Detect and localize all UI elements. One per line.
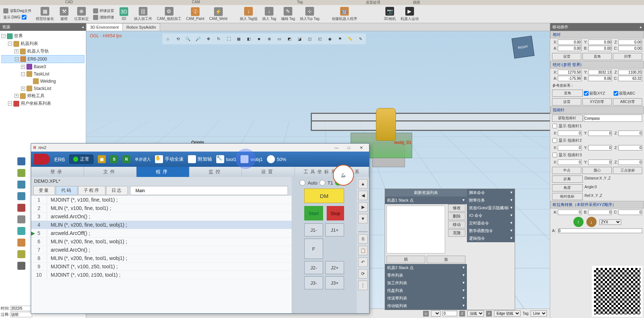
- c3-z[interactable]: [618, 160, 642, 165]
- side-right-icon[interactable]: ▶: [358, 202, 368, 212]
- dm-button[interactable]: DM: [304, 189, 344, 203]
- stop-button[interactable]: Stop: [327, 206, 344, 220]
- weld-settings-button[interactable]: 焊缝设置: [93, 8, 114, 14]
- modify-button[interactable]: 修改: [448, 204, 465, 212]
- menu-settings[interactable]: 设置: [242, 167, 295, 177]
- insert-tag-button[interactable]: ↓插入 Tag: [260, 6, 279, 22]
- get-compass-button[interactable]: 获取指南针: [552, 115, 583, 122]
- insert-mach-button[interactable]: |||插入加工件: [132, 6, 154, 22]
- j2-plus[interactable]: J2+: [325, 261, 344, 274]
- xyz-zero-button[interactable]: XYZ归零: [582, 98, 612, 106]
- tree-world[interactable]: −世界: [1, 32, 84, 40]
- menu-login[interactable]: 登录: [31, 167, 84, 177]
- code-editor[interactable]: 1MJOINT (*, v100, fine, tool1) ;2MLIN (*…: [31, 196, 292, 313]
- show-c3-check[interactable]: [552, 153, 557, 157]
- ortho-button[interactable]: 直角: [582, 53, 612, 60]
- side-undo-icon[interactable]: ↶: [358, 257, 368, 267]
- note-field[interactable]: [11, 312, 32, 317]
- shade2-icon[interactable]: ■: [254, 34, 264, 44]
- center-button[interactable]: 中点: [552, 167, 581, 174]
- lbi-8[interactable]: [17, 239, 25, 247]
- conv-list-header[interactable]: 传送带列表: [385, 294, 467, 302]
- euler-order-select[interactable]: ZYX: [599, 219, 621, 225]
- attach-task-header[interactable]: 附带任务: [467, 197, 515, 204]
- side-paste-icon[interactable]: 📋: [358, 246, 368, 255]
- lbi-10[interactable]: [17, 262, 25, 270]
- wobj-indicator[interactable]: wobj1: [241, 155, 263, 163]
- j3-plus[interactable]: J3+: [325, 276, 344, 289]
- time-field[interactable]: [11, 306, 32, 311]
- auto-dot[interactable]: [300, 180, 305, 186]
- pendant-titlebar[interactable]: R rtm2 — □ ✕: [31, 144, 369, 152]
- tree-base3[interactable]: +Base3: [1, 63, 84, 70]
- edit-tag-button[interactable]: ✎编辑 Tag: [279, 6, 297, 22]
- r-icon[interactable]: R: [122, 155, 130, 163]
- side-sync-icon[interactable]: ⟳: [358, 269, 368, 278]
- lbi-3[interactable]: [17, 181, 25, 189]
- abc-zero-button[interactable]: ABC归零: [613, 98, 642, 106]
- zero-button[interactable]: 归零: [613, 53, 642, 60]
- side-left-icon[interactable]: ◀: [358, 191, 368, 200]
- cam-paint-button[interactable]: 🎨CAM_Paint: [184, 6, 207, 22]
- angle-button[interactable]: 角度: [552, 184, 583, 191]
- view2-icon[interactable]: ◩: [285, 34, 294, 44]
- timer-cmd-header[interactable]: 定时器命令: [467, 219, 515, 227]
- get-abc-check[interactable]: [614, 91, 618, 96]
- rel-coord-button[interactable]: 相对坐标: [552, 193, 583, 200]
- speed-indicator[interactable]: ◐50%: [267, 155, 286, 163]
- side-more-icon[interactable]: ⋮: [358, 281, 368, 290]
- model-light-button[interactable]: ▦模型轻量化: [34, 6, 56, 22]
- c1-z[interactable]: [618, 131, 642, 136]
- cam-mill-button[interactable]: ⚙CAM_铣削加工: [155, 6, 184, 22]
- tree-user-coord[interactable]: −用户坐标系列表: [1, 100, 84, 107]
- pos-calib-button[interactable]: ⊕位置标定: [72, 6, 91, 22]
- shade1-icon[interactable]: ◧: [244, 34, 254, 44]
- logic-cmd-header[interactable]: 逻辑指令: [467, 235, 515, 242]
- abs-b-input[interactable]: [588, 76, 612, 81]
- tab-3d-env[interactable]: 3D Environment: [86, 23, 123, 31]
- ea-a2[interactable]: [558, 228, 642, 233]
- view4-icon[interactable]: ◫: [305, 34, 314, 44]
- code-line[interactable]: 1MJOINT (*, v100, fine, tool1) ;: [31, 196, 292, 204]
- build-button[interactable]: ⚒建模: [57, 6, 72, 22]
- close-button[interactable]: ✕: [355, 144, 367, 151]
- c1-y[interactable]: [588, 131, 612, 136]
- get-xyz-check[interactable]: [584, 91, 589, 96]
- j1-minus[interactable]: J1-: [304, 223, 323, 236]
- c3-x[interactable]: [558, 160, 582, 165]
- menu-monitor[interactable]: 监控: [189, 167, 242, 177]
- c2-y[interactable]: [588, 145, 612, 150]
- lbi-2[interactable]: [17, 169, 25, 177]
- side-copy-icon[interactable]: ⎘: [358, 234, 368, 244]
- u-select[interactable]: [431, 310, 440, 317]
- code-line[interactable]: 3arcweld.ArcOn() ;: [31, 212, 292, 221]
- tree-stacklist[interactable]: +StackList: [1, 85, 84, 92]
- view3-icon[interactable]: ◪: [295, 34, 304, 44]
- u-input[interactable]: [443, 311, 457, 316]
- tree-er6[interactable]: −ER6-2000: [1, 55, 84, 63]
- rel-x-input[interactable]: [558, 40, 582, 45]
- stack-list[interactable]: [386, 206, 445, 253]
- grab-goto-header[interactable]: 抓放/Goto/显示隐藏/标: [467, 204, 515, 212]
- tab-code[interactable]: 代码: [56, 186, 78, 195]
- work-list-header[interactable]: 加工件列表: [385, 279, 467, 287]
- grid-icon[interactable]: ▦: [234, 34, 243, 44]
- code-line[interactable]: 4MLIN (*, v200, fine, tool1, wobj1) ;: [31, 221, 292, 229]
- code-line[interactable]: 5arcweld.ArcOff() ;: [31, 229, 292, 238]
- tree-weldtool[interactable]: +焊枪工具: [1, 92, 84, 100]
- tab-sub[interactable]: 子程序: [78, 186, 105, 195]
- code-line[interactable]: 10MJOINT (*, v100, z100, tool1) ;: [31, 271, 292, 279]
- s-icon[interactable]: S: [110, 155, 118, 163]
- compass-input[interactable]: [584, 115, 642, 122]
- side-down-icon[interactable]: ▼: [358, 214, 368, 223]
- j1-plus[interactable]: J1+: [325, 223, 344, 236]
- code-line[interactable]: 7arcweld.ArcOn() ;: [31, 246, 292, 254]
- collapse-icon[interactable]: ▸: [640, 25, 642, 29]
- robot2-stack-header[interactable]: 机器2 Stack 点: [385, 264, 467, 272]
- abs-a-input[interactable]: [558, 76, 582, 81]
- tool-indicator[interactable]: 🔧tool1: [216, 155, 236, 163]
- home-icon[interactable]: ⌂: [163, 34, 172, 44]
- axis-icon[interactable]: ⊕: [264, 34, 274, 44]
- maximize-button[interactable]: □: [343, 144, 355, 151]
- chain-list-header[interactable]: 传动链列表: [385, 302, 467, 310]
